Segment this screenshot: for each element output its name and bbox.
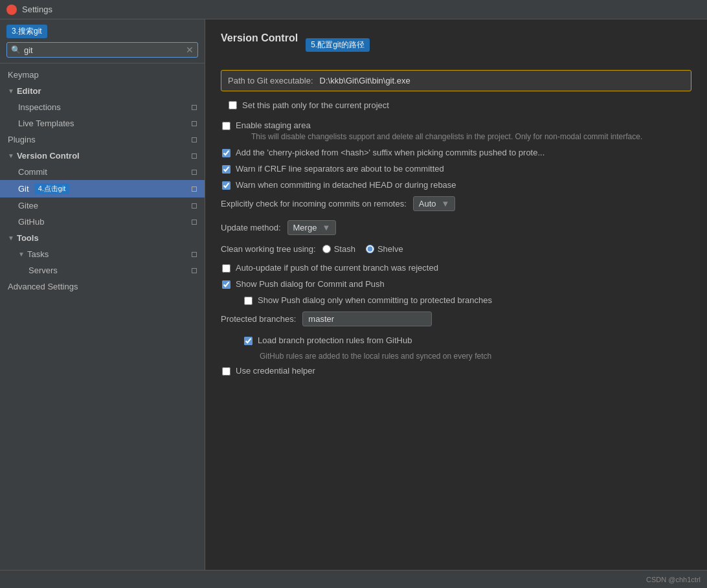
warn-detached-row: Warn when committing in detached HEAD or… — [221, 180, 691, 190]
annotation-step4: 4.点击git — [34, 183, 70, 194]
warn-detached-checkbox[interactable] — [222, 181, 230, 190]
show-push-dialog-label: Show Push dialog for Commit and Push — [236, 279, 385, 289]
update-method-row: Update method: Merge ▼ — [221, 220, 691, 235]
expand-arrow-tools: ▼ — [8, 234, 14, 242]
title-bar: Settings — [0, 0, 707, 19]
nav-indicator-inspections — [192, 105, 197, 110]
enable-staging-description: This will disable changelists support an… — [236, 132, 642, 141]
use-credential-helper-row: Use credential helper — [221, 366, 691, 376]
incoming-commits-row: Explicitly check for incoming commits on… — [221, 196, 691, 211]
nav-indicator-live-templates — [192, 121, 197, 126]
sidebar: 3.搜索git 🔍 ✕ Keymap ▼ Editor — [0, 19, 205, 570]
cherry-pick-label: Add the 'cherry-picked from <hash>' suff… — [236, 148, 544, 157]
search-area: 3.搜索git 🔍 ✕ — [0, 19, 205, 63]
search-input-wrapper[interactable]: 🔍 ✕ — [6, 42, 198, 58]
show-push-dialog-checkbox[interactable] — [222, 280, 230, 289]
enable-staging-label: Enable staging area — [236, 120, 311, 130]
sidebar-item-live-templates[interactable]: Live Templates — [0, 115, 205, 131]
section-title: Version Control — [221, 32, 298, 44]
stash-option[interactable]: Stash — [322, 244, 355, 254]
sidebar-item-editor[interactable]: ▼ Editor — [0, 83, 205, 99]
dropdown-arrow-incoming: ▼ — [442, 199, 450, 209]
show-push-dialog-row: Show Push dialog for Commit and Push — [221, 279, 691, 289]
protected-branches-label: Protected branches: — [221, 314, 296, 324]
nav-indicator-git — [192, 187, 197, 192]
nav-indicator-vc — [192, 153, 197, 159]
warn-crlf-label: Warn if CRLF line separators are about t… — [236, 164, 444, 174]
cherry-pick-checkbox[interactable] — [222, 149, 230, 157]
warn-crlf-row: Warn if CRLF line separators are about t… — [221, 164, 691, 174]
search-input[interactable] — [24, 45, 186, 55]
sidebar-item-servers[interactable]: Servers — [0, 262, 205, 278]
sidebar-item-github[interactable]: GitHub — [0, 214, 205, 230]
section-title-row: Version Control 5.配置git的路径 — [221, 32, 691, 57]
use-credential-helper-checkbox[interactable] — [222, 367, 230, 376]
protected-branches-input[interactable] — [302, 311, 432, 326]
sidebar-item-git[interactable]: Git 4.点击git — [0, 180, 205, 198]
enable-staging-checkbox[interactable] — [222, 122, 230, 130]
current-project-row: Set this path only for the current proje… — [221, 100, 691, 110]
dropdown-arrow-update: ▼ — [322, 223, 330, 232]
nav-indicator-github — [192, 220, 197, 225]
incoming-commits-label: Explicitly check for incoming commits on… — [221, 199, 407, 209]
github-rules-info: GitHub rules are added to the local rule… — [244, 352, 691, 361]
sidebar-item-tasks[interactable]: ▼ Tasks — [0, 246, 205, 262]
auto-update-push-checkbox[interactable] — [222, 264, 230, 273]
git-path-row: Path to Git executable: — [221, 70, 691, 91]
main-container: 3.搜索git 🔍 ✕ Keymap ▼ Editor — [0, 19, 707, 570]
cherry-pick-row: Add the 'cherry-picked from <hash>' suff… — [221, 148, 691, 157]
load-branch-protection-row: Load branch protection rules from GitHub — [221, 335, 691, 345]
content-area: Version Control 5.配置git的路径 Path to Git e… — [205, 19, 707, 570]
window-title: Settings — [22, 5, 52, 14]
sidebar-item-tools[interactable]: ▼ Tools — [0, 230, 205, 246]
update-method-label: Update method: — [221, 223, 281, 232]
auto-update-push-label: Auto-update if push of the current branc… — [236, 263, 438, 273]
shelve-option[interactable]: Shelve — [366, 244, 403, 254]
current-project-checkbox[interactable] — [229, 101, 237, 109]
update-method-dropdown[interactable]: Merge ▼ — [287, 220, 337, 235]
expand-arrow-editor: ▼ — [8, 87, 14, 95]
csdn-badge: CSDN @chh1ctrl — [646, 576, 701, 583]
shelve-label: Shelve — [377, 244, 403, 254]
load-branch-protection-label: Load branch protection rules from GitHub — [258, 335, 412, 345]
use-credential-helper-label: Use credential helper — [236, 366, 315, 376]
shelve-radio[interactable] — [366, 245, 374, 253]
annotation-step5: 5.配置git的路径 — [306, 38, 370, 52]
search-clear-button[interactable]: ✕ — [186, 45, 194, 55]
sidebar-item-keymap[interactable]: Keymap — [0, 67, 205, 83]
nav-indicator-plugins — [192, 137, 197, 142]
auto-update-push-row: Auto-update if push of the current branc… — [221, 263, 691, 273]
sidebar-item-advanced-settings[interactable]: Advanced Settings — [0, 278, 205, 295]
expand-arrow-tasks: ▼ — [18, 251, 25, 258]
current-project-label: Set this path only for the current proje… — [242, 100, 389, 110]
nav-indicator-servers — [192, 268, 197, 273]
clean-working-tree-row: Clean working tree using: Stash Shelve — [221, 244, 691, 254]
app-icon — [6, 5, 17, 15]
sidebar-item-plugins[interactable]: Plugins — [0, 131, 205, 148]
nav-indicator-gitee — [192, 203, 197, 209]
sidebar-item-version-control[interactable]: ▼ Version Control — [0, 148, 205, 164]
incoming-commits-dropdown[interactable]: Auto ▼ — [413, 196, 456, 211]
nav-indicator-commit — [192, 170, 197, 175]
stash-radio[interactable] — [322, 245, 331, 253]
sidebar-item-inspections[interactable]: Inspections — [0, 99, 205, 115]
show-push-protected-row: Show Push dialog only when committing to… — [221, 295, 691, 305]
sidebar-item-commit[interactable]: Commit — [0, 164, 205, 180]
warn-detached-label: Warn when committing in detached HEAD or… — [236, 180, 456, 190]
bottom-bar: CSDN @chh1ctrl — [0, 570, 707, 588]
show-push-protected-checkbox[interactable] — [244, 297, 252, 305]
stash-label: Stash — [334, 244, 355, 254]
expand-arrow-vc: ▼ — [8, 152, 14, 159]
enable-staging-row: Enable staging area This will disable ch… — [221, 120, 691, 141]
git-path-input[interactable] — [320, 76, 684, 85]
protected-branches-row: Protected branches: — [221, 311, 691, 326]
sidebar-nav: Keymap ▼ Editor Inspections Live Templat… — [0, 63, 205, 570]
show-push-protected-label: Show Push dialog only when committing to… — [258, 295, 492, 305]
nav-indicator-tasks — [192, 252, 197, 257]
search-icon: 🔍 — [11, 45, 21, 54]
path-label: Path to Git executable: — [228, 76, 313, 85]
load-branch-protection-checkbox[interactable] — [244, 337, 252, 345]
warn-crlf-checkbox[interactable] — [222, 165, 230, 174]
sidebar-item-gitee[interactable]: Gitee — [0, 198, 205, 214]
clean-working-tree-label: Clean working tree using: — [221, 244, 316, 254]
